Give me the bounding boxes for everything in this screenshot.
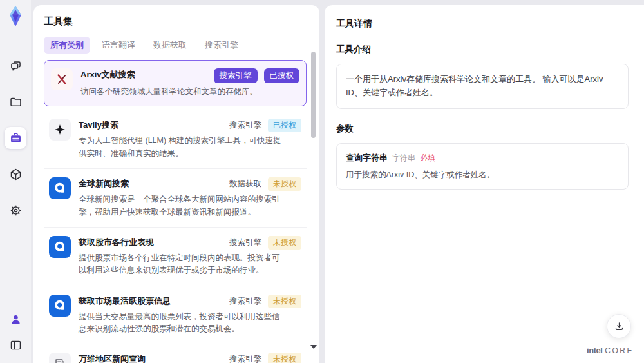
page-title: 工具集 [44, 15, 307, 28]
blue-q-tool-icon [49, 295, 71, 317]
tool-description: 全球新闻搜索是一个聚合全球各大新闻网站内容的搜索引擎，帮助用户快速获取全球最新资… [79, 193, 286, 219]
tool-status-badge: 已授权 [264, 68, 300, 83]
tool-card[interactable]: 万维地区新闻查询 搜索引擎 未授权 查询具体行政区划内的新闻，快速了解各地新闻动 [44, 344, 307, 363]
tool-main: Tavily搜索 搜索引擎 已授权 专为人工智能代理 (LLM) 构建的搜索引擎… [79, 119, 301, 160]
scrollbar-down-arrow-icon[interactable] [310, 345, 317, 349]
tool-main: 全球新闻搜索 数据获取 未授权 全球新闻搜索是一个聚合全球各大新闻网站内容的搜索… [79, 177, 301, 219]
tool-category-badge: 搜索引擎 [229, 237, 261, 248]
tool-meta: 数据获取 未授权 [229, 177, 301, 191]
tab-label: 搜索引擎 [205, 40, 238, 50]
tool-status-badge: 未授权 [268, 236, 301, 250]
tool-main: 获取市场最活跃股票信息 搜索引擎 未授权 提供当天交易量最高的股票列表，投资者可… [79, 295, 301, 336]
tool-detail-panel: 工具详情 工具介绍 一个用于从Arxiv存储库搜索科学论文和文章的工具。 输入可… [325, 5, 644, 363]
app-logo gem-logo [4, 5, 27, 28]
parameter-name: 查询字符串 [346, 152, 388, 164]
tool-name: 万维地区新闻查询 [79, 353, 146, 363]
user-avatar-icon[interactable] [6, 310, 24, 328]
tool-status-badge: 已授权 [268, 119, 301, 132]
tool-main: Arxiv文献搜索 搜索引擎 已授权 访问各个研究领域大量科学论文和文章的存储库… [80, 68, 299, 98]
tab-label: 语言翻译 [102, 40, 135, 50]
sidebar-nav [5, 55, 26, 221]
category-tab[interactable]: 搜索引擎 [198, 37, 245, 54]
tool-name: 获取股市各行业表现 [79, 236, 154, 248]
tool-intro-box: 一个用于从Arxiv存储库搜索科学论文和文章的工具。 输入可以是Arxiv ID… [336, 64, 629, 109]
intro-section-heading: 工具介绍 [336, 44, 629, 55]
tool-category-badge: 搜索引擎 [229, 120, 261, 131]
blue-q-tool-icon [49, 236, 71, 258]
panel-toggle-icon[interactable] [6, 336, 24, 354]
list-scrollbar[interactable] [311, 46, 316, 358]
arxiv-tool-icon [51, 68, 73, 90]
tool-name: Tavily搜索 [79, 119, 118, 131]
nav-chat-icon[interactable] [5, 55, 26, 77]
parameter-type: 字符串 [392, 153, 415, 164]
parameter-header: 查询字符串 字符串 必填 [346, 152, 619, 164]
nav-briefcase-icon nav-tools-active[interactable] [5, 127, 26, 149]
params-section-heading: 参数 [336, 123, 629, 135]
tool-list-panel: 工具集 所有类别 语言翻译 数据获取 搜索引擎 Arxiv文献搜索 搜索引擎 已… [33, 5, 319, 363]
tool-name: 全球新闻搜索 [79, 177, 129, 190]
nav-settings-gear-icon[interactable] [5, 199, 26, 221]
tool-category-badge: 搜索引擎 [229, 354, 261, 363]
tool-name: Arxiv文献搜索 [80, 68, 135, 81]
tool-card[interactable]: 全球新闻搜索 数据获取 未授权 全球新闻搜索是一个聚合全球各大新闻网站内容的搜索… [44, 169, 307, 228]
detail-panel-title: 工具详情 [336, 18, 629, 30]
intel-brand-text: intel [587, 346, 602, 355]
tool-description: 提供当天交易量最高的股票列表，投资者可以利用这些信息来识别流动性强的股票和潜在的… [79, 311, 286, 336]
nav-folder-icon[interactable] [5, 91, 26, 113]
tool-card[interactable]: Tavily搜索 搜索引擎 已授权 专为人工智能代理 (LLM) 构建的搜索引擎… [44, 110, 307, 169]
download-button[interactable] [607, 314, 631, 338]
tool-status-badge: 未授权 [268, 177, 301, 191]
category-tabs: 所有类别 语言翻译 数据获取 搜索引擎 [44, 37, 307, 54]
download-icon [614, 321, 625, 332]
tool-card[interactable]: 获取股市各行业表现 搜索引擎 未授权 提供股票市场各个行业在特定时间段内的表现。… [44, 228, 307, 286]
parameter-box: 查询字符串 字符串 必填 用于搜索的Arxiv ID、关键字或作者姓名。 [336, 143, 629, 190]
tool-list: Arxiv文献搜索 搜索引擎 已授权 访问各个研究领域大量科学论文和文章的存储库… [44, 60, 307, 363]
tool-card[interactable]: Arxiv文献搜索 搜索引擎 已授权 访问各个研究领域大量科学论文和文章的存储库… [44, 60, 307, 106]
intel-core-logo: intel core [587, 346, 634, 355]
tool-category-badge: 数据获取 [229, 179, 261, 190]
sidebar-bottom [6, 310, 24, 363]
parameter-description: 用于搜索的Arxiv ID、关键字或作者姓名。 [346, 170, 619, 181]
category-tab[interactable]: 语言翻译 [95, 37, 142, 54]
parameter-required-badge: 必填 [420, 153, 435, 164]
sidebar [0, 0, 31, 363]
tool-category-badge: 搜索引擎 [229, 296, 261, 307]
category-tab[interactable]: 数据获取 [147, 37, 193, 54]
tool-card[interactable]: 获取市场最活跃股票信息 搜索引擎 未授权 提供当天交易量最高的股票列表，投资者可… [44, 286, 307, 345]
tool-intro-text: 一个用于从Arxiv存储库搜索科学论文和文章的工具。 输入可以是Arxiv ID… [346, 74, 603, 97]
scrollbar-thumb[interactable] [311, 52, 316, 138]
tool-meta: 搜索引擎 未授权 [229, 353, 301, 363]
tool-category-badge: 搜索引擎 [214, 68, 258, 83]
tab-label: 数据获取 [153, 40, 187, 50]
tool-meta: 搜索引擎 未授权 [229, 236, 301, 250]
tool-meta: 搜索引擎 已授权 [214, 68, 300, 83]
tool-description: 专为人工智能代理 (LLM) 构建的搜索引擎工具，可快速提供实时、准确和真实的结… [79, 135, 286, 160]
tool-description: 提供股票市场各个行业在特定时间段内的表现。投资者可以利用这些信息来识别表现优于或… [79, 252, 286, 277]
nav-package-icon[interactable] [5, 163, 26, 185]
core-brand-text: core [605, 346, 634, 355]
blue-q-tool-icon [49, 177, 71, 199]
tool-status-badge: 未授权 [268, 353, 301, 363]
tool-main: 万维地区新闻查询 搜索引擎 未授权 查询具体行政区划内的新闻，快速了解各地新闻动 [79, 353, 301, 363]
tool-main: 获取股市各行业表现 搜索引擎 未授权 提供股票市场各个行业在特定时间段内的表现。… [79, 236, 301, 277]
category-tab[interactable]: 所有类别 [44, 37, 90, 54]
tab-label: 所有类别 [50, 40, 84, 50]
tool-meta: 搜索引擎 未授权 [229, 295, 301, 308]
tool-description: 访问各个研究领域大量科学论文和文章的存储库。 [80, 86, 288, 98]
newspaper-tool-icon [49, 353, 71, 363]
tool-status-badge: 未授权 [268, 295, 301, 308]
tavily-tool-icon [49, 119, 71, 141]
tool-meta: 搜索引擎 已授权 [229, 119, 301, 132]
tool-name: 获取市场最活跃股票信息 [79, 295, 171, 307]
